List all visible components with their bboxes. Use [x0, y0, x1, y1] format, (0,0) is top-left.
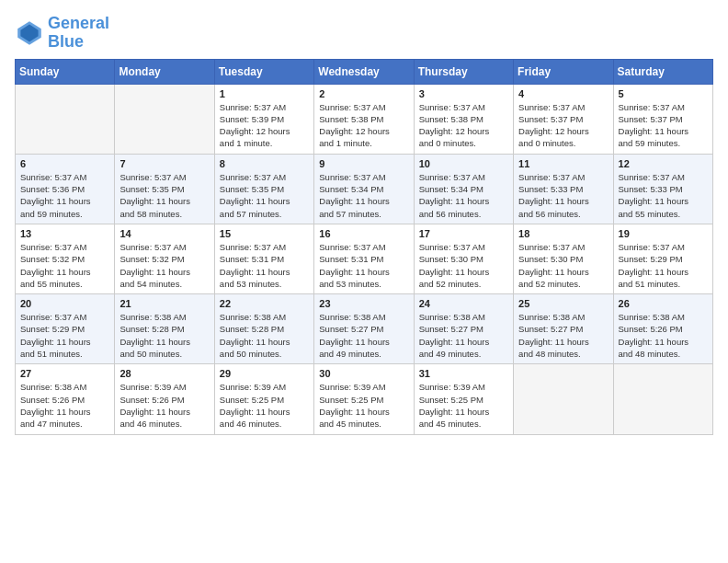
calendar-table: SundayMondayTuesdayWednesdayThursdayFrid… — [15, 59, 713, 435]
day-info: Sunrise: 5:37 AMSunset: 5:30 PMDaylight:… — [419, 241, 508, 290]
calendar-day-cell: 18Sunrise: 5:37 AMSunset: 5:30 PMDayligh… — [514, 224, 613, 293]
day-info: Sunrise: 5:39 AMSunset: 5:26 PMDaylight:… — [119, 381, 209, 430]
day-info: Sunrise: 5:37 AMSunset: 5:31 PMDaylight:… — [319, 241, 408, 290]
day-info: Sunrise: 5:39 AMSunset: 5:25 PMDaylight:… — [319, 381, 408, 430]
day-number: 4 — [518, 88, 608, 99]
day-of-week-header: Thursday — [414, 59, 513, 84]
calendar-week-row: 1Sunrise: 5:37 AMSunset: 5:39 PMDaylight… — [16, 84, 713, 154]
day-info: Sunrise: 5:38 AMSunset: 5:27 PMDaylight:… — [518, 311, 608, 360]
day-number: 28 — [119, 368, 209, 379]
calendar-day-cell: 23Sunrise: 5:38 AMSunset: 5:27 PMDayligh… — [314, 294, 414, 364]
calendar-day-cell: 25Sunrise: 5:38 AMSunset: 5:27 PMDayligh… — [514, 294, 613, 364]
day-number: 6 — [20, 158, 109, 169]
calendar-day-cell: 26Sunrise: 5:38 AMSunset: 5:26 PMDayligh… — [613, 294, 712, 364]
calendar-day-cell: 9Sunrise: 5:37 AMSunset: 5:34 PMDaylight… — [314, 154, 414, 224]
day-number: 16 — [319, 228, 408, 239]
logo-text: General Blue — [48, 15, 109, 52]
day-of-week-header: Sunday — [16, 59, 115, 84]
calendar-day-cell: 6Sunrise: 5:37 AMSunset: 5:36 PMDaylight… — [16, 154, 115, 224]
day-of-week-header: Friday — [514, 59, 613, 84]
calendar-day-cell: 20Sunrise: 5:37 AMSunset: 5:29 PMDayligh… — [16, 294, 115, 364]
calendar-day-cell: 15Sunrise: 5:37 AMSunset: 5:31 PMDayligh… — [214, 224, 313, 293]
day-of-week-header: Wednesday — [314, 59, 414, 84]
calendar-day-cell: 11Sunrise: 5:37 AMSunset: 5:33 PMDayligh… — [514, 154, 613, 224]
day-number: 30 — [319, 368, 408, 379]
day-number: 5 — [619, 88, 708, 99]
day-info: Sunrise: 5:37 AMSunset: 5:37 PMDaylight:… — [518, 101, 608, 150]
logo: General Blue — [15, 15, 109, 52]
day-of-week-header: Monday — [115, 59, 214, 84]
day-info: Sunrise: 5:37 AMSunset: 5:37 PMDaylight:… — [619, 101, 708, 150]
calendar-day-cell: 19Sunrise: 5:37 AMSunset: 5:29 PMDayligh… — [613, 224, 712, 293]
day-number: 13 — [20, 228, 109, 239]
day-info: Sunrise: 5:37 AMSunset: 5:31 PMDaylight:… — [220, 241, 309, 290]
calendar-day-cell — [514, 364, 613, 434]
calendar-day-cell — [115, 84, 214, 154]
calendar-day-cell: 29Sunrise: 5:39 AMSunset: 5:25 PMDayligh… — [214, 364, 313, 434]
day-info: Sunrise: 5:38 AMSunset: 5:28 PMDaylight:… — [119, 311, 209, 360]
day-info: Sunrise: 5:37 AMSunset: 5:38 PMDaylight:… — [319, 101, 408, 150]
calendar-week-row: 20Sunrise: 5:37 AMSunset: 5:29 PMDayligh… — [16, 294, 713, 364]
day-number: 25 — [518, 298, 608, 309]
calendar-day-cell: 22Sunrise: 5:38 AMSunset: 5:28 PMDayligh… — [214, 294, 313, 364]
day-number: 19 — [619, 228, 708, 239]
calendar-day-cell — [613, 364, 712, 434]
day-info: Sunrise: 5:37 AMSunset: 5:32 PMDaylight:… — [20, 241, 109, 290]
calendar-day-cell: 3Sunrise: 5:37 AMSunset: 5:38 PMDaylight… — [414, 84, 513, 154]
calendar-day-cell: 30Sunrise: 5:39 AMSunset: 5:25 PMDayligh… — [314, 364, 414, 434]
day-number: 3 — [419, 88, 508, 99]
day-number: 12 — [619, 158, 708, 169]
day-number: 7 — [119, 158, 209, 169]
calendar-day-cell: 5Sunrise: 5:37 AMSunset: 5:37 PMDaylight… — [613, 84, 712, 154]
day-number: 15 — [220, 228, 309, 239]
day-number: 27 — [20, 368, 109, 379]
day-of-week-header: Tuesday — [214, 59, 313, 84]
day-info: Sunrise: 5:37 AMSunset: 5:35 PMDaylight:… — [220, 171, 309, 220]
calendar-day-cell: 17Sunrise: 5:37 AMSunset: 5:30 PMDayligh… — [414, 224, 513, 293]
calendar-day-cell: 7Sunrise: 5:37 AMSunset: 5:35 PMDaylight… — [115, 154, 214, 224]
day-info: Sunrise: 5:38 AMSunset: 5:27 PMDaylight:… — [419, 311, 508, 360]
day-number: 20 — [20, 298, 109, 309]
day-number: 24 — [419, 298, 508, 309]
day-number: 26 — [619, 298, 708, 309]
day-number: 8 — [220, 158, 309, 169]
calendar-week-row: 13Sunrise: 5:37 AMSunset: 5:32 PMDayligh… — [16, 224, 713, 293]
day-number: 9 — [319, 158, 408, 169]
day-number: 18 — [518, 228, 608, 239]
day-number: 21 — [119, 298, 209, 309]
calendar-day-cell: 8Sunrise: 5:37 AMSunset: 5:35 PMDaylight… — [214, 154, 313, 224]
day-number: 29 — [220, 368, 309, 379]
calendar-day-cell: 27Sunrise: 5:38 AMSunset: 5:26 PMDayligh… — [16, 364, 115, 434]
calendar-day-cell: 10Sunrise: 5:37 AMSunset: 5:34 PMDayligh… — [414, 154, 513, 224]
calendar-day-cell: 28Sunrise: 5:39 AMSunset: 5:26 PMDayligh… — [115, 364, 214, 434]
calendar-day-cell: 12Sunrise: 5:37 AMSunset: 5:33 PMDayligh… — [613, 154, 712, 224]
day-info: Sunrise: 5:37 AMSunset: 5:35 PMDaylight:… — [119, 171, 209, 220]
logo-icon — [15, 18, 44, 48]
calendar-week-row: 6Sunrise: 5:37 AMSunset: 5:36 PMDaylight… — [16, 154, 713, 224]
day-info: Sunrise: 5:37 AMSunset: 5:33 PMDaylight:… — [619, 171, 708, 220]
calendar-day-cell — [16, 84, 115, 154]
day-info: Sunrise: 5:37 AMSunset: 5:39 PMDaylight:… — [220, 101, 309, 150]
day-info: Sunrise: 5:37 AMSunset: 5:29 PMDaylight:… — [20, 311, 109, 360]
day-number: 11 — [518, 158, 608, 169]
day-number: 17 — [419, 228, 508, 239]
calendar-header-row: SundayMondayTuesdayWednesdayThursdayFrid… — [16, 59, 713, 84]
day-info: Sunrise: 5:39 AMSunset: 5:25 PMDaylight:… — [419, 381, 508, 430]
day-info: Sunrise: 5:37 AMSunset: 5:34 PMDaylight:… — [419, 171, 508, 220]
calendar-day-cell: 13Sunrise: 5:37 AMSunset: 5:32 PMDayligh… — [16, 224, 115, 293]
day-number: 2 — [319, 88, 408, 99]
calendar-day-cell: 31Sunrise: 5:39 AMSunset: 5:25 PMDayligh… — [414, 364, 513, 434]
day-number: 14 — [119, 228, 209, 239]
day-info: Sunrise: 5:38 AMSunset: 5:26 PMDaylight:… — [20, 381, 109, 430]
day-info: Sunrise: 5:37 AMSunset: 5:32 PMDaylight:… — [119, 241, 209, 290]
calendar-day-cell: 4Sunrise: 5:37 AMSunset: 5:37 PMDaylight… — [514, 84, 613, 154]
day-number: 23 — [319, 298, 408, 309]
day-info: Sunrise: 5:38 AMSunset: 5:26 PMDaylight:… — [619, 311, 708, 360]
day-info: Sunrise: 5:37 AMSunset: 5:30 PMDaylight:… — [518, 241, 608, 290]
day-info: Sunrise: 5:37 AMSunset: 5:29 PMDaylight:… — [619, 241, 708, 290]
day-number: 22 — [220, 298, 309, 309]
day-info: Sunrise: 5:37 AMSunset: 5:36 PMDaylight:… — [20, 171, 109, 220]
day-number: 1 — [220, 88, 309, 99]
day-info: Sunrise: 5:39 AMSunset: 5:25 PMDaylight:… — [220, 381, 309, 430]
page-header: General Blue — [15, 15, 713, 52]
